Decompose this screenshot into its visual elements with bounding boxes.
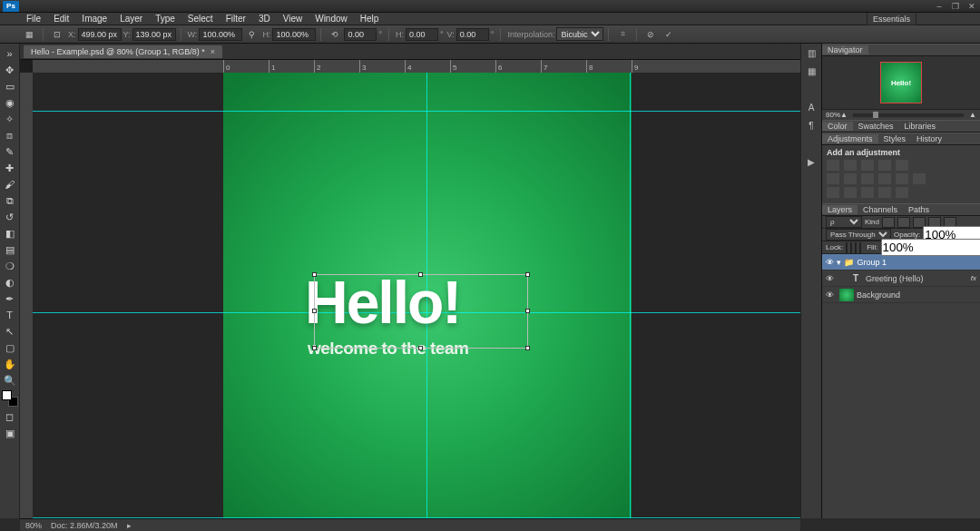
brush-tool[interactable]: 🖌 xyxy=(1,176,19,192)
adj-mixer-icon[interactable] xyxy=(896,173,908,184)
menu-edit[interactable]: Edit xyxy=(47,14,75,24)
adj-photo-icon[interactable] xyxy=(878,173,891,184)
dodge-tool[interactable]: ◐ xyxy=(1,274,19,290)
history-brush-tool[interactable]: ↺ xyxy=(1,209,19,225)
interp-select[interactable]: Bicubic xyxy=(556,27,603,41)
tab-history[interactable]: History xyxy=(911,134,947,143)
minimize-button[interactable]: – xyxy=(931,1,947,12)
x-input[interactable] xyxy=(78,28,122,41)
w-input[interactable] xyxy=(199,28,242,41)
tab-styles[interactable]: Styles xyxy=(878,134,912,143)
heal-tool[interactable]: ✚ xyxy=(1,160,19,176)
tab-adjustments[interactable]: Adjustments xyxy=(822,134,878,143)
adj-lut-icon[interactable] xyxy=(913,173,926,184)
status-flyout-icon[interactable]: ▸ xyxy=(127,521,132,530)
guide-vertical[interactable] xyxy=(630,73,631,518)
adj-bw-icon[interactable] xyxy=(861,173,874,184)
expand-toolbox-icon[interactable]: » xyxy=(1,45,19,62)
workspace-switcher[interactable]: Essentials xyxy=(867,13,916,25)
pen-tool[interactable]: ✒ xyxy=(1,290,19,307)
char-panel-icon[interactable]: A xyxy=(801,98,821,116)
maximize-button[interactable]: ❐ xyxy=(947,1,964,12)
layer-row-group[interactable]: 👁 ▾ 📁 Group 1 xyxy=(822,254,980,270)
commit-transform-icon[interactable]: ✓ xyxy=(662,28,675,41)
tab-libraries[interactable]: Libraries xyxy=(899,122,942,131)
adj-brightness-icon[interactable] xyxy=(827,160,839,171)
lasso-tool[interactable]: ◉ xyxy=(1,94,19,111)
navigator-preview[interactable]: Hello! xyxy=(822,56,980,109)
transform-box[interactable] xyxy=(314,274,528,349)
filter-pixel-icon[interactable] xyxy=(882,217,895,228)
zoom-tool[interactable]: 🔍 xyxy=(1,372,19,388)
adj-selective-icon[interactable] xyxy=(896,187,908,198)
status-zoom[interactable]: 80% xyxy=(25,521,42,530)
path-tool[interactable]: ↖ xyxy=(1,323,19,339)
guide-horizontal[interactable] xyxy=(33,111,800,112)
color-swatches[interactable] xyxy=(2,390,18,407)
layer-filter-select[interactable]: ρ xyxy=(826,216,862,228)
adj-curves-icon[interactable] xyxy=(861,160,874,171)
layer-name[interactable]: Background xyxy=(857,290,980,300)
lock-pixels-icon[interactable] xyxy=(850,242,852,253)
menu-select[interactable]: Select xyxy=(181,14,220,24)
adj-vibrance-icon[interactable] xyxy=(896,160,908,171)
move-tool[interactable]: ✥ xyxy=(1,62,19,78)
tab-channels[interactable]: Channels xyxy=(858,205,903,214)
adj-exposure-icon[interactable] xyxy=(878,160,891,171)
adj-hue-icon[interactable] xyxy=(827,173,839,184)
fill-input[interactable] xyxy=(881,239,980,256)
visibility-icon[interactable]: 👁 xyxy=(822,258,837,267)
wand-tool[interactable]: ✧ xyxy=(1,111,19,127)
adj-levels-icon[interactable] xyxy=(844,160,857,171)
hshear-input[interactable] xyxy=(406,28,438,41)
menu-filter[interactable]: Filter xyxy=(220,14,252,24)
reference-point-icon[interactable]: ⊡ xyxy=(51,28,64,41)
menu-window[interactable]: Window xyxy=(309,14,354,24)
lock-trans-icon[interactable] xyxy=(846,242,848,253)
tab-navigator[interactable]: Navigator xyxy=(822,45,868,54)
menu-3d[interactable]: 3D xyxy=(252,14,277,24)
warp-icon[interactable]: ⌗ xyxy=(616,28,629,41)
adj-poster-icon[interactable] xyxy=(844,187,857,198)
tab-paths[interactable]: Paths xyxy=(903,205,935,214)
layer-name[interactable]: Group 1 xyxy=(854,258,980,267)
menu-help[interactable]: Help xyxy=(354,14,386,24)
blur-tool[interactable]: ❍ xyxy=(1,258,19,274)
visibility-icon[interactable]: 👁 xyxy=(822,290,837,300)
status-doc[interactable]: Doc: 2.86M/3.20M xyxy=(51,521,118,530)
actions-icon[interactable]: ▶ xyxy=(801,152,821,171)
menu-view[interactable]: View xyxy=(277,14,309,24)
shape-tool[interactable]: ▢ xyxy=(1,339,19,356)
ruler-horizontal[interactable]: 0 1 2 3 4 5 6 7 8 9 xyxy=(33,60,800,73)
paragraph-panel-icon[interactable]: ¶ xyxy=(801,116,821,134)
nav-zoom-slider[interactable] xyxy=(853,113,964,117)
zoom-in-icon[interactable]: ▲ xyxy=(969,111,976,119)
visibility-icon[interactable]: 👁 xyxy=(822,274,837,283)
zoom-out-icon[interactable]: ▲ xyxy=(840,111,848,119)
layer-row-background[interactable]: 👁 Background xyxy=(822,287,980,303)
h-input[interactable] xyxy=(272,28,316,41)
close-button[interactable]: ✕ xyxy=(964,1,980,12)
eraser-tool[interactable]: ◧ xyxy=(1,225,19,241)
screenmode-tool[interactable]: ▣ xyxy=(1,425,19,441)
menu-image[interactable]: Image xyxy=(75,14,113,24)
menu-type[interactable]: Type xyxy=(149,14,181,24)
adj-threshold-icon[interactable] xyxy=(861,187,874,198)
fx-badge[interactable]: fx xyxy=(971,274,976,282)
y-input[interactable] xyxy=(132,28,176,41)
layer-name[interactable]: Greeting (Hello) xyxy=(866,274,971,283)
tab-layers[interactable]: Layers xyxy=(822,205,858,214)
canvas-viewport[interactable]: Hello! welcome to the team xyxy=(33,73,800,518)
adj-gradmap-icon[interactable] xyxy=(878,187,891,198)
close-tab-icon[interactable]: × xyxy=(211,47,215,56)
menu-file[interactable]: File xyxy=(20,14,47,24)
tab-swatches[interactable]: Swatches xyxy=(853,122,899,131)
document-tab[interactable]: Hello - Example.psd @ 80% (Group 1, RGB/… xyxy=(24,45,222,58)
quickmask-tool[interactable]: ◻ xyxy=(1,408,19,425)
angle-input[interactable] xyxy=(344,28,377,41)
ruler-vertical[interactable] xyxy=(20,73,33,518)
eyedropper-tool[interactable]: ✎ xyxy=(1,143,19,160)
stamp-tool[interactable]: ⧉ xyxy=(1,192,19,209)
gradient-tool[interactable]: ▤ xyxy=(1,241,19,258)
swatch-icon[interactable]: ▦ xyxy=(801,62,821,80)
